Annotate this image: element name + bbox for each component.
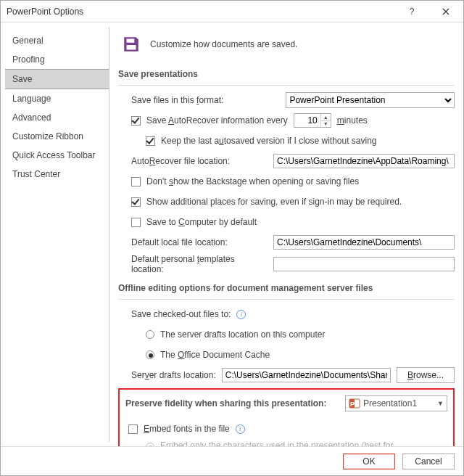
ok-button[interactable]: OK [343, 454, 395, 469]
embed-fonts-label: Embed fonts in the file [144, 424, 230, 434]
cancel-button[interactable]: Cancel [402, 454, 455, 469]
minutes-unit-label: minutes [337, 115, 368, 126]
sidebar-item-trust-center[interactable]: Trust Center [5, 165, 109, 184]
section-preserve-title: Preserve fidelity when sharing this pres… [125, 398, 326, 409]
section-offline-title: Offline editing options for document man… [118, 277, 455, 300]
embed-only-label: Embed only the characters used in the pr… [160, 440, 428, 446]
close-button[interactable] [428, 1, 463, 22]
section-save-presentations-title: Save presentations [118, 63, 455, 86]
embed-only-radio [146, 443, 154, 446]
save-checked-out-label: Save checked-out files to: [131, 309, 231, 319]
server-drafts-location-input[interactable] [222, 368, 391, 382]
embed-fonts-checkbox[interactable] [128, 424, 138, 434]
close-icon [442, 8, 450, 15]
sidebar-item-save[interactable]: Save [5, 69, 109, 89]
autorecover-location-label: AutoRecover file location: [131, 156, 268, 166]
sidebar-item-quick-access[interactable]: Quick Access Toolbar [5, 146, 109, 165]
options-dialog: PowerPoint Options ? General Proofing Sa… [0, 0, 464, 476]
default-templates-location-label: Default personal templates location: [131, 254, 268, 274]
keep-last-autosave-label: Keep the last autosaved version if I clo… [161, 136, 377, 146]
preserve-presentation-value: Presentation1 [363, 398, 417, 409]
chevron-down-icon: ▼ [437, 400, 444, 407]
sidebar-item-language[interactable]: Language [5, 89, 109, 108]
dialog-footer: OK Cancel [1, 446, 463, 475]
autorecover-minutes-spinner[interactable]: ▲▼ [294, 113, 331, 128]
powerpoint-file-icon: P [349, 398, 360, 409]
office-cache-radio-label: The Office Document Cache [160, 350, 270, 360]
window-title: PowerPoint Options [1, 7, 83, 17]
sidebar-item-customize-ribbon[interactable]: Customize Ribbon [5, 127, 109, 146]
browse-button[interactable]: Browse... [397, 367, 455, 383]
info-icon[interactable]: i [236, 424, 245, 434]
autorecover-label: Save AutoRecover information every [146, 115, 288, 126]
dont-show-backstage-checkbox[interactable] [131, 177, 141, 186]
options-sidebar: General Proofing Save Language Advanced … [5, 27, 109, 442]
sidebar-item-general[interactable]: General [5, 31, 109, 50]
show-additional-places-checkbox[interactable] [131, 197, 141, 207]
server-drafts-location-label: Server drafts location: [131, 370, 216, 380]
help-icon: ? [410, 7, 415, 17]
sidebar-item-proofing[interactable]: Proofing [5, 50, 109, 69]
spinner-down-icon[interactable]: ▼ [321, 121, 331, 128]
dont-show-backstage-label: Don't show the Backstage when opening or… [146, 176, 359, 186]
preserve-presentation-select[interactable]: P Presentation1 ▼ [345, 395, 447, 411]
default-local-location-input[interactable] [273, 235, 455, 250]
save-to-computer-label: Save to Computer by default [146, 217, 257, 227]
office-cache-radio[interactable] [146, 350, 154, 359]
sidebar-item-advanced[interactable]: Advanced [5, 108, 109, 127]
save-to-computer-checkbox[interactable] [131, 218, 141, 227]
autorecover-checkbox[interactable] [131, 116, 141, 126]
header-text: Customize how documents are saved. [150, 39, 297, 49]
titlebar: PowerPoint Options ? [1, 1, 463, 22]
spinner-up-icon[interactable]: ▲ [321, 114, 331, 121]
preserve-fidelity-highlight: Preserve fidelity when sharing this pres… [118, 388, 455, 446]
save-format-select[interactable]: PowerPoint Presentation [286, 92, 455, 108]
default-local-location-label: Default local file location: [131, 237, 268, 247]
svg-rect-0 [131, 38, 133, 42]
autorecover-location-input[interactable] [273, 154, 455, 168]
info-icon[interactable]: i [236, 310, 246, 319]
options-content: Customize how documents are saved. Save … [109, 22, 463, 446]
svg-text:P: P [350, 401, 355, 408]
save-format-label: Save files in this format: [131, 95, 223, 105]
server-drafts-radio-label: The server drafts location on this compu… [160, 329, 325, 340]
save-disk-icon [121, 34, 141, 54]
autorecover-minutes-input[interactable] [294, 114, 320, 127]
default-templates-location-input[interactable] [273, 257, 455, 271]
server-drafts-radio[interactable] [146, 330, 154, 339]
help-button[interactable]: ? [395, 1, 428, 22]
show-additional-places-label: Show additional places for saving, even … [146, 197, 402, 207]
keep-last-autosave-checkbox[interactable] [146, 136, 155, 146]
